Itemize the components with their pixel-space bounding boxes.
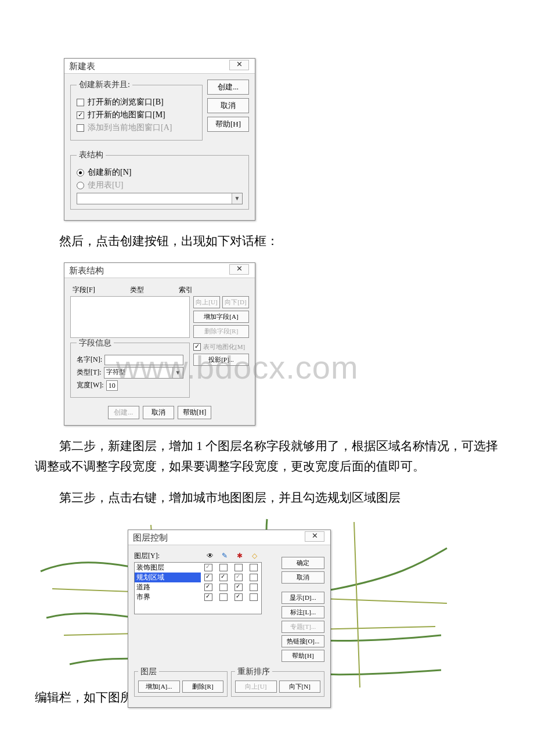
field-info-group: 字段信息 名字[N]: 类型[T]: 字符型 ▼ 宽度[W]:: [70, 338, 190, 398]
dialog-title: 新表结构: [69, 266, 104, 275]
dialog-titlebar: 图层控制 ✕: [128, 530, 330, 545]
use-table-dropdown: ▼: [77, 193, 243, 204]
close-icon[interactable]: ✕: [229, 60, 249, 70]
layer-checkbox[interactable]: [219, 593, 228, 601]
group-legend: 重新排序: [235, 667, 272, 677]
layer-checkbox[interactable]: [219, 564, 228, 571]
open-map-label: 打开新的地图窗口[M]: [88, 110, 165, 120]
new-table-dialog: 新建表 ✕ 创建新表并且: 打开新的浏览窗口[B] 打开新的地图窗口[M]: [64, 58, 255, 221]
layer-checkbox[interactable]: [250, 574, 258, 581]
dialog-titlebar: 新表结构 ✕: [64, 263, 255, 278]
layer-row[interactable]: 市界: [135, 592, 261, 602]
cancel-button[interactable]: 取消: [207, 98, 249, 113]
eye-icon: 👁: [203, 552, 218, 560]
pencil-icon: ✎: [217, 552, 232, 560]
layer-checkbox[interactable]: [234, 564, 243, 571]
new-table-structure-dialog: 新表结构 ✕ 字段[F] 类型 索引 向上[U] 向下[D] 增加字段[A] 删…: [64, 262, 255, 426]
close-icon[interactable]: ✕: [229, 264, 249, 275]
move-up-button: 向上[U]: [193, 296, 220, 308]
layer-control-dialog: 图层控制 ✕ 图层[Y]: 👁 ✎ ✱ ◇: [128, 530, 331, 708]
star-icon: ✱: [232, 552, 247, 560]
layer-checkbox[interactable]: [250, 584, 258, 591]
col-type: 类型: [130, 285, 144, 295]
add-layer-button[interactable]: 增加[A]...: [138, 681, 180, 693]
field-list[interactable]: [70, 296, 190, 338]
create-button[interactable]: 创建...: [207, 80, 249, 95]
layer-checkbox[interactable]: [204, 584, 212, 591]
ok-button[interactable]: 确定: [282, 557, 324, 569]
layer-group: 图层 增加[A]... 删除[R]: [134, 667, 228, 697]
cancel-button[interactable]: 取消: [143, 406, 174, 419]
dialog-titlebar: 新建表 ✕: [64, 59, 255, 74]
layer-checkbox[interactable]: [234, 584, 243, 591]
chevron-down-icon: ▼: [232, 193, 242, 204]
open-browser-checkbox[interactable]: [77, 99, 84, 106]
dialog-title: 新建表: [69, 62, 95, 71]
col-field: 字段[F]: [73, 285, 95, 295]
name-input[interactable]: [104, 355, 183, 365]
layer-checkbox[interactable]: [234, 574, 243, 581]
layer-checkbox[interactable]: [234, 593, 243, 601]
width-input[interactable]: 10: [106, 380, 118, 391]
layer-row[interactable]: 装饰图层: [135, 563, 261, 573]
cancel-button[interactable]: 取消: [282, 571, 324, 584]
group-legend: 表结构: [77, 150, 106, 160]
help-button[interactable]: 帮助[H]: [282, 650, 324, 662]
create-new-radio[interactable]: [77, 169, 84, 177]
layer-label: 图层[Y]:: [134, 551, 203, 561]
layer-checkbox[interactable]: [219, 584, 228, 591]
dialog-title: 图层控制: [133, 533, 168, 542]
layer-checkbox[interactable]: [204, 564, 212, 571]
mappable-checkbox: [193, 343, 201, 351]
use-table-radio: [77, 182, 84, 189]
layer-checkbox[interactable]: [250, 593, 258, 601]
layer-name: 装饰图层: [135, 563, 201, 573]
display-button[interactable]: 显示[D]...: [282, 592, 324, 604]
hotlink-button[interactable]: 热链接[O]...: [282, 635, 324, 647]
chevron-down-icon[interactable]: ▼: [172, 368, 183, 378]
map-area: 图层控制 ✕ 图层[Y]: 👁 ✎ ✱ ◇: [104, 519, 511, 682]
remove-layer-button[interactable]: 删除[R]: [182, 681, 224, 693]
create-new-label: 创建新的[N]: [88, 167, 131, 178]
col-index: 索引: [179, 285, 193, 295]
layer-list[interactable]: 装饰图层规划区域道路市界: [134, 562, 262, 614]
create-and-group: 创建新表并且: 打开新的浏览窗口[B] 打开新的地图窗口[M] 添加到当前地图窗…: [70, 80, 203, 141]
open-map-checkbox[interactable]: [77, 111, 84, 119]
type-label: 类型[T]:: [77, 368, 102, 377]
add-field-button[interactable]: 增加字段[A]: [193, 311, 249, 323]
create-button: 创建...: [108, 406, 139, 419]
layer-name: 市界: [135, 592, 201, 602]
help-button[interactable]: 帮助[H]: [178, 406, 212, 419]
name-label: 名字[N]:: [77, 355, 102, 365]
group-legend: 字段信息: [77, 338, 114, 348]
group-legend: 图层: [138, 667, 159, 677]
layer-checkbox[interactable]: [204, 574, 212, 581]
layer-name: 规划区域: [135, 573, 201, 582]
move-down-button[interactable]: 向下[N]: [279, 681, 321, 693]
layer-checkbox[interactable]: [204, 593, 212, 601]
delete-field-button: 删除字段[R]: [193, 325, 249, 338]
layer-row[interactable]: 道路: [135, 582, 261, 592]
paragraph-step3: 第三步，点击右键，增加城市地图图层，并且勾选规划区域图层: [35, 488, 499, 509]
help-button[interactable]: 帮助[H]: [207, 117, 249, 132]
layer-row[interactable]: 规划区域: [135, 573, 261, 582]
group-legend: 创建新表并且:: [77, 80, 132, 90]
move-up-button: 向上[U]: [235, 681, 277, 693]
close-icon[interactable]: ✕: [305, 531, 324, 542]
projection-button[interactable]: 投影[P]...: [193, 354, 249, 366]
add-current-label: 添加到当前地图窗口[A]: [88, 123, 172, 133]
reorder-group: 重新排序 向上[U] 向下[N]: [231, 667, 324, 697]
mappable-label: 表可地图化[M]: [203, 343, 245, 351]
layer-checkbox[interactable]: [219, 574, 228, 581]
move-down-button: 向下[D]: [222, 296, 249, 308]
add-current-checkbox: [77, 124, 84, 132]
use-table-label: 使用表[U]: [88, 180, 123, 190]
label-button[interactable]: 标注[L]...: [282, 606, 324, 618]
table-structure-group: 表结构 创建新的[N] 使用表[U] ▼: [70, 150, 249, 210]
layer-name: 道路: [135, 582, 201, 592]
type-dropdown[interactable]: 字符型 ▼: [104, 367, 183, 379]
layer-checkbox[interactable]: [250, 564, 258, 571]
theme-button: 专题[T]...: [282, 621, 324, 633]
paragraph-step2: 第二步，新建图层，增加 1 个图层名称字段就够用了，根据区域名称情况，可选择调整…: [35, 436, 499, 477]
type-value: 字符型: [104, 368, 125, 375]
